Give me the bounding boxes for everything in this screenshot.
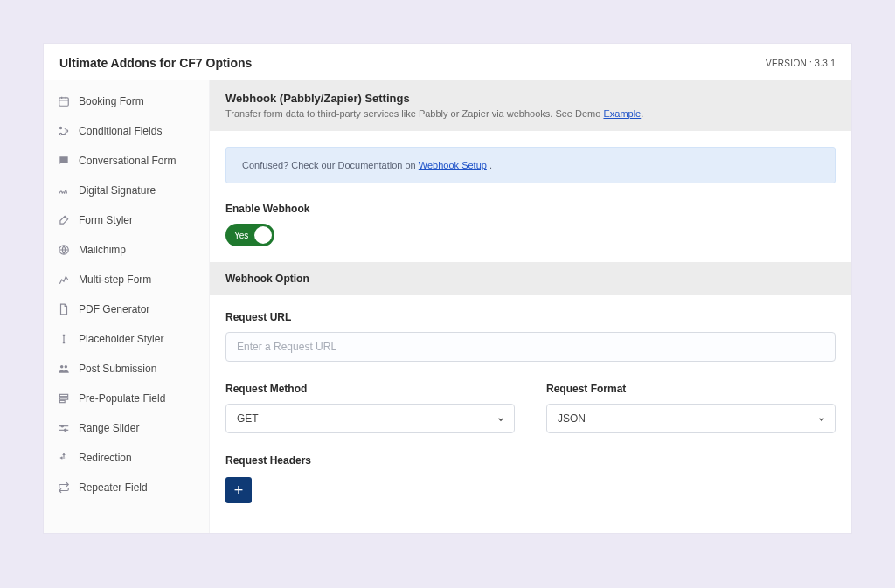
sidebar-item-conversational-form[interactable]: Conversational Form	[44, 146, 209, 176]
file-icon	[58, 303, 70, 315]
sidebar-item-label: Placeholder Styler	[79, 333, 163, 345]
info-box: Confused? Check our Documentation on Web…	[225, 147, 836, 183]
content-area: Webhook (Pabbly/Zapier) Settings Transfe…	[210, 80, 851, 533]
sidebar-item-label: Range Slider	[79, 422, 139, 434]
svg-point-6	[66, 130, 67, 132]
panel-header: Ultimate Addons for CF7 Options VERSION …	[44, 44, 851, 80]
request-method-select[interactable]: GET	[225, 404, 515, 433]
svg-point-4	[59, 127, 61, 128]
sidebar-item-label: Pre-Populate Field	[79, 392, 165, 405]
request-url-label: Request URL	[225, 311, 836, 323]
sidebar-item-label: Conditional Fields	[79, 125, 162, 137]
request-method-field: Request Method GET	[225, 383, 515, 433]
svg-rect-10	[59, 394, 67, 396]
sidebar-item-pre-populate-field[interactable]: Pre-Populate Field	[44, 384, 209, 413]
svg-rect-0	[59, 98, 69, 106]
doc-link[interactable]: Webhook Setup	[419, 160, 487, 170]
sidebar-item-label: Mailchimp	[79, 244, 126, 256]
sidebar-item-label: PDF Generator	[79, 303, 149, 315]
svg-point-9	[65, 365, 68, 369]
sidebar-item-placeholder-styler[interactable]: Placeholder Styler	[44, 324, 209, 354]
request-format-select[interactable]: JSON	[546, 404, 836, 433]
request-url-input[interactable]	[225, 332, 836, 362]
branch-icon	[58, 125, 70, 137]
sidebar-item-multistep-form[interactable]: Multi-step Form	[44, 265, 209, 294]
svg-rect-12	[59, 400, 65, 402]
sidebar-item-post-submission[interactable]: Post Submission	[44, 354, 209, 384]
svg-point-5	[59, 133, 61, 135]
sidebar-item-booking-form[interactable]: Booking Form	[44, 86, 209, 116]
redirect-icon	[58, 452, 70, 464]
repeat-icon	[58, 481, 70, 494]
users-icon	[58, 363, 70, 375]
info-text: Confused? Check our Documentation on	[242, 160, 419, 170]
chevron-down-icon	[817, 414, 826, 423]
mail-icon	[58, 244, 70, 256]
sidebar-item-conditional-fields[interactable]: Conditional Fields	[44, 116, 209, 146]
panel-body: Booking Form Conditional Fields Conversa…	[44, 80, 851, 533]
brush-icon	[58, 214, 70, 226]
sidebar: Booking Form Conditional Fields Conversa…	[44, 80, 210, 533]
toggle-state-label: Yes	[234, 231, 248, 240]
svg-point-15	[61, 425, 63, 427]
sidebar-item-repeater-field[interactable]: Repeater Field	[44, 473, 209, 502]
sidebar-item-pdf-generator[interactable]: PDF Generator	[44, 294, 209, 324]
request-url-field: Request URL	[225, 311, 836, 362]
toggle-knob	[254, 226, 272, 244]
webhook-option-form: Request URL Request Method GET Request F…	[210, 295, 851, 503]
signature-icon	[58, 184, 70, 197]
request-method-label: Request Method	[225, 383, 515, 395]
enable-webhook-toggle[interactable]: Yes	[225, 224, 274, 246]
sliders-icon	[58, 422, 70, 434]
populate-icon	[58, 392, 70, 405]
add-header-button[interactable]: +	[225, 477, 252, 503]
sidebar-item-label: Redirection	[79, 452, 132, 464]
svg-rect-11	[59, 398, 67, 399]
sidebar-item-mailchimp[interactable]: Mailchimp	[44, 235, 209, 265]
steps-icon	[58, 273, 70, 286]
settings-header: Webhook (Pabbly/Zapier) Settings Transfe…	[210, 80, 851, 131]
calendar-icon	[58, 95, 70, 107]
svg-point-16	[65, 429, 66, 431]
webhook-option-header: Webhook Option	[210, 262, 851, 295]
sidebar-item-label: Repeater Field	[79, 481, 148, 494]
options-panel: Ultimate Addons for CF7 Options VERSION …	[44, 44, 851, 533]
settings-subtitle: Transfer form data to third-party servic…	[225, 108, 836, 119]
settings-title: Webhook (Pabbly/Zapier) Settings	[225, 92, 836, 105]
request-format-value: JSON	[558, 412, 586, 425]
settings-subtitle-text: Transfer form data to third-party servic…	[225, 108, 603, 119]
enable-webhook-label: Enable Webhook	[225, 203, 836, 215]
request-headers-label: Request Headers	[225, 454, 836, 467]
plus-icon: +	[234, 482, 244, 498]
content-inner: Confused? Check our Documentation on Web…	[210, 131, 851, 262]
request-headers-field: Request Headers +	[225, 454, 836, 503]
sidebar-item-form-styler[interactable]: Form Styler	[44, 205, 209, 235]
request-method-value: GET	[237, 412, 259, 425]
sidebar-item-label: Digital Signature	[79, 184, 156, 197]
request-format-label: Request Format	[546, 383, 836, 395]
sidebar-item-digital-signature[interactable]: Digital Signature	[44, 176, 209, 205]
example-link[interactable]: Example	[603, 108, 641, 119]
chevron-down-icon	[496, 414, 505, 423]
sidebar-item-label: Form Styler	[79, 214, 133, 226]
version-label: VERSION : 3.3.1	[766, 59, 836, 68]
sidebar-item-redirection[interactable]: Redirection	[44, 443, 209, 473]
request-format-field: Request Format JSON	[546, 383, 836, 433]
cursor-icon	[58, 333, 70, 345]
enable-webhook-field: Enable Webhook Yes	[225, 203, 836, 246]
chat-icon	[58, 155, 70, 167]
sidebar-item-label: Post Submission	[79, 363, 156, 375]
sidebar-item-range-slider[interactable]: Range Slider	[44, 413, 209, 443]
sidebar-item-label: Multi-step Form	[79, 273, 151, 286]
svg-point-8	[60, 365, 64, 369]
sidebar-item-label: Conversational Form	[79, 155, 176, 167]
sidebar-item-label: Booking Form	[79, 95, 144, 107]
page-title: Ultimate Addons for CF7 Options	[59, 56, 252, 70]
